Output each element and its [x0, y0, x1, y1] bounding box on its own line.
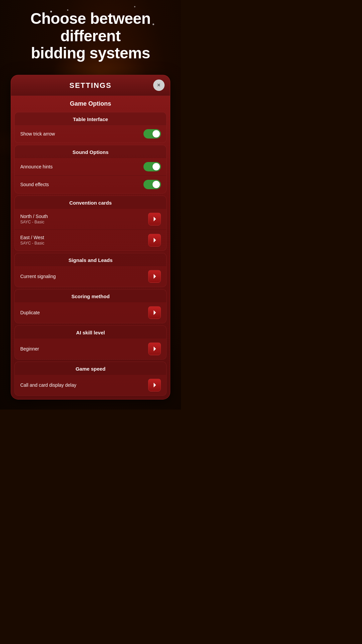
- call-card-delay-row: Call and card display delay: [15, 374, 166, 395]
- ai-skill-level-group: AI skill level Beginner: [14, 325, 166, 360]
- announce-hints-row: Announce hints: [15, 158, 166, 175]
- signals-leads-group: Signals and Leads Current signaling: [14, 253, 166, 287]
- close-button[interactable]: ×: [153, 79, 165, 91]
- east-west-sublabel: SAYC - Basic: [20, 241, 44, 246]
- sound-effects-label: Sound effects: [20, 182, 49, 187]
- east-west-label: East / West: [20, 235, 44, 240]
- east-west-button[interactable]: [148, 234, 161, 247]
- table-interface-header: Table Interface: [15, 112, 166, 125]
- game-options-label: Game Options: [11, 96, 170, 110]
- settings-panel: SETTINGS × Game Options Table Interface …: [11, 75, 170, 399]
- convention-cards-header: Convention cards: [15, 196, 166, 208]
- right-arrow-icon: [152, 238, 157, 243]
- east-west-row: East / West SAYC - Basic: [15, 229, 166, 251]
- right-arrow-icon: [152, 310, 157, 315]
- right-arrow-icon: [152, 274, 157, 279]
- north-south-label: North / South: [20, 214, 48, 219]
- announce-hints-toggle[interactable]: [143, 162, 161, 171]
- show-trick-arrow-label: Show trick arrow: [20, 131, 55, 137]
- sound-effects-toggle[interactable]: [143, 180, 161, 189]
- current-signaling-button[interactable]: [148, 270, 161, 283]
- current-signaling-row: Current signaling: [15, 266, 166, 287]
- ai-skill-level-header: AI skill level: [15, 326, 166, 338]
- duplicate-row: Duplicate: [15, 302, 166, 323]
- panel-title: SETTINGS: [69, 81, 112, 90]
- north-south-row: North / South SAYC - Basic: [15, 208, 166, 229]
- sound-effects-row: Sound effects: [15, 175, 166, 193]
- north-south-button[interactable]: [148, 213, 161, 225]
- scoring-method-header: Scoring method: [15, 289, 166, 302]
- call-card-delay-button[interactable]: [148, 379, 161, 391]
- announce-hints-label: Announce hints: [20, 164, 53, 169]
- beginner-button[interactable]: [148, 342, 161, 355]
- sound-options-group: Sound Options Announce hints Sound effec…: [14, 145, 166, 194]
- duplicate-button[interactable]: [148, 306, 161, 319]
- right-arrow-icon: [152, 217, 157, 221]
- call-card-delay-label: Call and card display delay: [20, 382, 76, 388]
- current-signaling-label: Current signaling: [20, 274, 56, 279]
- show-trick-arrow-row: Show trick arrow: [15, 125, 166, 143]
- beginner-label: Beginner: [20, 346, 39, 352]
- show-trick-arrow-toggle[interactable]: [143, 129, 161, 139]
- duplicate-label: Duplicate: [20, 310, 40, 315]
- signals-leads-header: Signals and Leads: [15, 253, 166, 266]
- sound-options-header: Sound Options: [15, 145, 166, 158]
- table-interface-group: Table Interface Show trick arrow: [14, 112, 166, 143]
- game-speed-header: Game speed: [15, 362, 166, 374]
- game-speed-group: Game speed Call and card display delay: [14, 362, 166, 396]
- north-south-sublabel: SAYC - Basic: [20, 220, 48, 224]
- scoring-method-group: Scoring method Duplicate: [14, 289, 166, 323]
- beginner-row: Beginner: [15, 338, 166, 359]
- right-arrow-icon: [152, 383, 157, 387]
- convention-cards-group: Convention cards North / South SAYC - Ba…: [14, 196, 166, 251]
- panel-header: SETTINGS ×: [11, 75, 170, 96]
- hero-headline: Choose between different bidding systems: [24, 10, 158, 62]
- right-arrow-icon: [152, 346, 157, 351]
